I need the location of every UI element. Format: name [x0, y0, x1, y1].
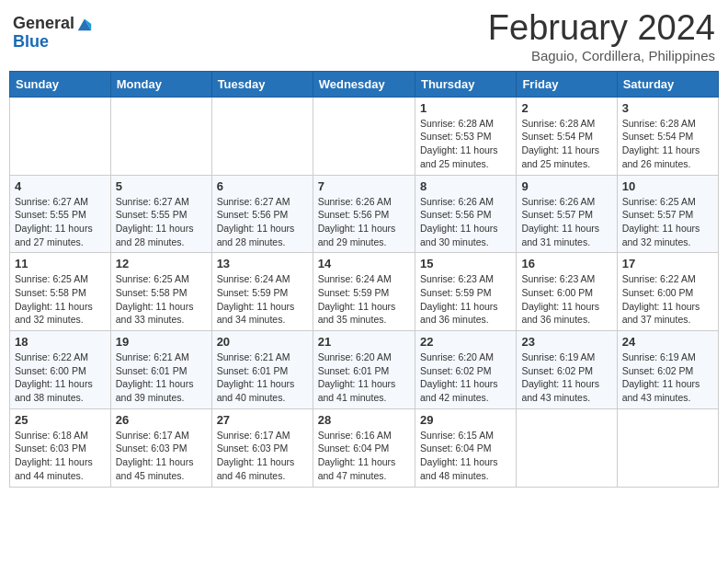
header-saturday: Saturday	[617, 71, 718, 97]
day-number: 7	[318, 179, 410, 193]
calendar-week-row: 11Sunrise: 6:25 AMSunset: 5:58 PMDayligh…	[10, 253, 719, 331]
day-number: 28	[318, 413, 410, 427]
day-info: Sunrise: 6:15 AMSunset: 6:04 PMDaylight:…	[420, 429, 511, 483]
day-info: Sunrise: 6:26 AMSunset: 5:56 PMDaylight:…	[420, 195, 511, 249]
calendar-cell: 17Sunrise: 6:22 AMSunset: 6:00 PMDayligh…	[617, 253, 718, 331]
calendar-cell: 29Sunrise: 6:15 AMSunset: 6:04 PMDayligh…	[415, 408, 516, 487]
day-number: 27	[217, 413, 308, 427]
logo-icon	[76, 16, 93, 32]
day-info: Sunrise: 6:22 AMSunset: 6:00 PMDaylight:…	[15, 350, 106, 405]
day-info: Sunrise: 6:25 AMSunset: 5:58 PMDaylight:…	[116, 272, 207, 327]
day-info: Sunrise: 6:28 AMSunset: 5:53 PMDaylight:…	[420, 117, 511, 171]
day-number: 21	[318, 335, 410, 349]
calendar-cell: 19Sunrise: 6:21 AMSunset: 6:01 PMDayligh…	[110, 331, 211, 409]
day-info: Sunrise: 6:24 AMSunset: 5:59 PMDaylight:…	[217, 272, 308, 327]
day-number: 4	[15, 179, 106, 193]
calendar-cell: 10Sunrise: 6:25 AMSunset: 5:57 PMDayligh…	[617, 175, 718, 253]
calendar-cell: 22Sunrise: 6:20 AMSunset: 6:02 PMDayligh…	[415, 331, 516, 409]
day-number: 1	[420, 101, 511, 115]
calendar-cell: 13Sunrise: 6:24 AMSunset: 5:59 PMDayligh…	[211, 253, 313, 331]
calendar-cell: 27Sunrise: 6:17 AMSunset: 6:03 PMDayligh…	[211, 408, 313, 487]
header-monday: Monday	[110, 71, 211, 97]
calendar-cell	[313, 97, 415, 175]
day-info: Sunrise: 6:22 AMSunset: 6:00 PMDaylight:…	[622, 272, 713, 327]
calendar-cell: 5Sunrise: 6:27 AMSunset: 5:55 PMDaylight…	[110, 175, 211, 253]
calendar-cell	[110, 97, 211, 175]
day-info: Sunrise: 6:19 AMSunset: 6:02 PMDaylight:…	[622, 350, 713, 405]
calendar-cell: 14Sunrise: 6:24 AMSunset: 5:59 PMDayligh…	[313, 253, 415, 331]
calendar-week-row: 25Sunrise: 6:18 AMSunset: 6:03 PMDayligh…	[10, 408, 719, 487]
day-number: 3	[622, 101, 713, 115]
calendar-header-row: Sunday Monday Tuesday Wednesday Thursday…	[10, 71, 719, 97]
day-number: 13	[217, 257, 308, 270]
calendar-cell: 3Sunrise: 6:28 AMSunset: 5:54 PMDaylight…	[617, 97, 718, 175]
day-info: Sunrise: 6:20 AMSunset: 6:02 PMDaylight:…	[420, 350, 511, 405]
calendar-table: Sunday Monday Tuesday Wednesday Thursday…	[9, 71, 719, 488]
day-number: 17	[622, 257, 713, 270]
calendar-cell: 28Sunrise: 6:16 AMSunset: 6:04 PMDayligh…	[313, 408, 415, 487]
title-location: Baguio, Cordillera, Philippines	[488, 48, 715, 63]
day-info: Sunrise: 6:25 AMSunset: 5:58 PMDaylight:…	[15, 272, 106, 327]
day-number: 15	[420, 257, 511, 270]
day-info: Sunrise: 6:26 AMSunset: 5:56 PMDaylight:…	[318, 195, 410, 249]
day-info: Sunrise: 6:20 AMSunset: 6:01 PMDaylight:…	[318, 350, 410, 405]
day-info: Sunrise: 6:18 AMSunset: 6:03 PMDaylight:…	[15, 429, 106, 483]
day-info: Sunrise: 6:23 AMSunset: 6:00 PMDaylight:…	[521, 272, 611, 327]
day-info: Sunrise: 6:17 AMSunset: 6:03 PMDaylight:…	[217, 429, 308, 483]
logo-general: General	[13, 15, 74, 33]
calendar-cell	[211, 97, 313, 175]
calendar-week-row: 1Sunrise: 6:28 AMSunset: 5:53 PMDaylight…	[10, 97, 719, 175]
day-number: 26	[116, 413, 207, 427]
calendar-cell: 20Sunrise: 6:21 AMSunset: 6:01 PMDayligh…	[211, 331, 313, 409]
day-number: 9	[521, 179, 611, 193]
day-number: 5	[116, 179, 207, 193]
calendar-cell: 15Sunrise: 6:23 AMSunset: 5:59 PMDayligh…	[415, 253, 516, 331]
day-info: Sunrise: 6:16 AMSunset: 6:04 PMDaylight:…	[318, 429, 410, 483]
day-number: 10	[622, 179, 713, 193]
day-number: 22	[420, 335, 511, 349]
day-info: Sunrise: 6:21 AMSunset: 6:01 PMDaylight:…	[217, 350, 308, 405]
calendar-cell: 9Sunrise: 6:26 AMSunset: 5:57 PMDaylight…	[517, 175, 617, 253]
day-number: 14	[318, 257, 410, 270]
day-info: Sunrise: 6:27 AMSunset: 5:55 PMDaylight:…	[116, 195, 207, 249]
day-number: 8	[420, 179, 511, 193]
day-info: Sunrise: 6:25 AMSunset: 5:57 PMDaylight:…	[622, 195, 713, 249]
day-info: Sunrise: 6:28 AMSunset: 5:54 PMDaylight:…	[622, 117, 713, 171]
day-info: Sunrise: 6:17 AMSunset: 6:03 PMDaylight:…	[116, 429, 207, 483]
calendar-cell	[10, 97, 111, 175]
day-number: 24	[622, 335, 713, 349]
day-number: 23	[521, 335, 611, 349]
calendar-cell: 21Sunrise: 6:20 AMSunset: 6:01 PMDayligh…	[313, 331, 415, 409]
day-info: Sunrise: 6:24 AMSunset: 5:59 PMDaylight:…	[318, 272, 410, 327]
calendar-cell: 2Sunrise: 6:28 AMSunset: 5:54 PMDaylight…	[517, 97, 617, 175]
calendar-cell: 8Sunrise: 6:26 AMSunset: 5:56 PMDaylight…	[415, 175, 516, 253]
calendar-cell: 12Sunrise: 6:25 AMSunset: 5:58 PMDayligh…	[110, 253, 211, 331]
day-number: 20	[217, 335, 308, 349]
logo: General Blue	[13, 15, 93, 52]
day-info: Sunrise: 6:21 AMSunset: 6:01 PMDaylight:…	[116, 350, 207, 405]
day-info: Sunrise: 6:26 AMSunset: 5:57 PMDaylight:…	[521, 195, 611, 249]
calendar-cell	[517, 408, 617, 487]
day-info: Sunrise: 6:28 AMSunset: 5:54 PMDaylight:…	[521, 117, 611, 171]
header-thursday: Thursday	[415, 71, 516, 97]
header-sunday: Sunday	[10, 71, 111, 97]
day-number: 2	[521, 101, 611, 115]
logo-blue: Blue	[13, 33, 93, 52]
logo-text: General Blue	[13, 15, 93, 52]
page-header: General Blue February 2024 Baguio, Cordi…	[9, 9, 719, 63]
calendar-week-row: 4Sunrise: 6:27 AMSunset: 5:55 PMDaylight…	[10, 175, 719, 253]
day-info: Sunrise: 6:23 AMSunset: 5:59 PMDaylight:…	[420, 272, 511, 327]
calendar-cell: 25Sunrise: 6:18 AMSunset: 6:03 PMDayligh…	[10, 408, 111, 487]
day-number: 11	[15, 257, 106, 270]
day-number: 25	[15, 413, 106, 427]
calendar-cell	[617, 408, 718, 487]
day-number: 6	[217, 179, 308, 193]
day-info: Sunrise: 6:27 AMSunset: 5:56 PMDaylight:…	[217, 195, 308, 249]
day-number: 12	[116, 257, 207, 270]
header-wednesday: Wednesday	[313, 71, 415, 97]
calendar-cell: 7Sunrise: 6:26 AMSunset: 5:56 PMDaylight…	[313, 175, 415, 253]
calendar-cell: 26Sunrise: 6:17 AMSunset: 6:03 PMDayligh…	[110, 408, 211, 487]
title-block: February 2024 Baguio, Cordillera, Philip…	[488, 9, 715, 63]
calendar-cell: 11Sunrise: 6:25 AMSunset: 5:58 PMDayligh…	[10, 253, 111, 331]
title-month: February 2024	[488, 9, 715, 48]
